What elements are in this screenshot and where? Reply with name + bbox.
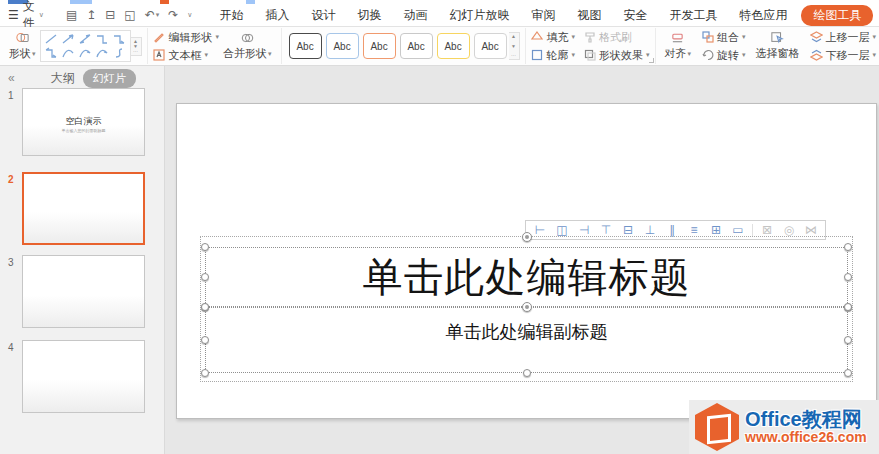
outline-button[interactable]: 轮廓 ▾ — [531, 48, 576, 63]
format-painter-button[interactable]: 格式刷 — [583, 30, 650, 45]
arrow-line-icon[interactable] — [60, 32, 77, 46]
resize-handle[interactable] — [523, 369, 531, 377]
resize-handle[interactable] — [201, 243, 209, 251]
resize-handle[interactable] — [201, 336, 209, 344]
elbow-connector-icon[interactable] — [94, 32, 111, 46]
curved-arrow-icon[interactable] — [77, 46, 94, 60]
shape-effects-button[interactable]: 形状效果 ▾ — [583, 48, 650, 63]
caret-icon: ▾ — [742, 33, 746, 41]
rotation-handle[interactable] — [522, 302, 532, 312]
tab-review[interactable]: 审阅 — [520, 5, 566, 26]
tab-insert[interactable]: 插入 — [254, 5, 300, 26]
export-icon[interactable]: ↥ — [86, 8, 96, 22]
slide-canvas: ⊢ ◫ ⊣ ⊤ ⊟ ⊥ ∥ ≡ ⊞ ▭ ⊠ ◎ ⋈ 单击此处编辑标题 — [165, 66, 879, 454]
slide-thumbnail-3[interactable] — [22, 255, 145, 328]
gallery-more-icon[interactable]: ⋯ — [131, 49, 141, 54]
caret-icon: ▾ — [268, 50, 272, 58]
rotation-handle[interactable] — [522, 232, 532, 242]
tab-special-apps[interactable]: 特色应用 — [728, 5, 798, 26]
elbow-arrow-connector-icon[interactable] — [111, 32, 128, 46]
tab-drawing-tools[interactable]: 绘图工具 — [801, 5, 873, 26]
shape-style-preset[interactable]: Abc — [474, 33, 507, 59]
scroll-up-icon[interactable]: ▲ — [509, 34, 519, 39]
collapse-panel-icon[interactable]: « — [0, 71, 23, 85]
gallery-more-icon[interactable]: ⋯ — [509, 53, 519, 58]
rotate-label: 旋转 — [717, 48, 739, 63]
resize-handle[interactable] — [201, 369, 209, 377]
shape-style-preset[interactable]: Abc — [437, 33, 470, 59]
resize-handle[interactable] — [201, 303, 209, 311]
double-arrow-line-icon[interactable] — [77, 32, 94, 46]
resize-handle[interactable] — [844, 303, 852, 311]
selection-pane-button[interactable]: 选择窗格 — [752, 31, 804, 61]
quick-access-toolbar: ▤ ↥ ⊟ ◱ ↶ ▾ ↷ ∨ — [60, 8, 199, 22]
align-button[interactable]: 对齐▾ — [661, 31, 696, 61]
thumbnail-title: 空白演示 — [23, 115, 144, 128]
subtitle-placeholder-text[interactable]: 单击此处编辑副标题 — [206, 308, 847, 372]
customize-toolbar-icon[interactable]: ∨ — [187, 11, 192, 19]
rotate-button[interactable]: 旋转 ▾ — [701, 48, 746, 63]
watermark: Office教程网 www.office26.com — [689, 400, 879, 454]
menu-bar: ☰ 文件 ∨ ▤ ↥ ⊟ ◱ ↶ ▾ ↷ ∨ 开始 插入 设计 切换 动画 幻灯… — [0, 4, 879, 27]
group-button[interactable]: 组合 ▾ — [701, 30, 746, 45]
curved-double-arrow-icon[interactable] — [94, 46, 111, 60]
text-box-label: 文本框 — [169, 48, 202, 63]
text-box-button[interactable]: 文本框 ▾ — [153, 48, 220, 63]
title-placeholder-text[interactable]: 单击此处编辑标题 — [206, 248, 847, 306]
print-preview-icon[interactable]: ◱ — [124, 8, 135, 22]
resize-handle[interactable] — [844, 369, 852, 377]
tab-home[interactable]: 开始 — [208, 5, 254, 26]
tab-outline[interactable]: 大纲 — [51, 70, 75, 87]
merge-shapes-label: 合并形状 — [223, 46, 267, 61]
watermark-url: www.office26.com — [745, 430, 867, 445]
outline-label: 轮廓 — [547, 48, 569, 63]
print-icon[interactable]: ⊟ — [105, 8, 115, 22]
freeform-s-icon[interactable] — [111, 46, 128, 60]
shape-style-gallery: Abc Abc Abc Abc Abc Abc — [287, 33, 509, 59]
subtitle-text-box[interactable]: 单击此处编辑副标题 — [205, 307, 848, 373]
resize-handle[interactable] — [844, 336, 852, 344]
shape-style-preset[interactable]: Abc — [326, 33, 359, 59]
chevron-down-icon: ∨ — [39, 11, 44, 19]
line-icon[interactable] — [43, 32, 60, 46]
caret-icon: ▾ — [572, 51, 576, 59]
undo-button[interactable]: ↶ ▾ — [145, 8, 160, 22]
tab-slides[interactable]: 幻灯片 — [83, 69, 136, 88]
ribbon-group-shapes: 形状▾ ▲ ▼ ⋯ — [0, 28, 148, 64]
bring-forward-button[interactable]: 上移一层 ▾ — [810, 30, 877, 45]
tab-slideshow[interactable]: 幻灯片放映 — [438, 5, 520, 26]
fill-button[interactable]: 填充 ▾ — [531, 30, 576, 45]
edit-shape-button[interactable]: 编辑形状 ▾ — [153, 30, 220, 45]
shapes-button[interactable]: 形状▾ — [5, 31, 40, 61]
elbow-double-arrow-icon[interactable] — [43, 46, 60, 60]
slide-thumbnail-4[interactable] — [22, 340, 145, 413]
edit-shape-label: 编辑形状 — [169, 30, 213, 45]
resize-handle[interactable] — [844, 273, 852, 281]
send-backward-button[interactable]: 下移一层 ▾ — [810, 48, 877, 63]
dialog-launcher-icon[interactable] — [649, 58, 654, 63]
shape-style-preset[interactable]: Abc — [289, 33, 322, 59]
merge-shapes-button[interactable]: 合并形状▾ — [219, 31, 276, 61]
save-icon[interactable]: ▤ — [66, 8, 77, 22]
slide-thumbnail-2[interactable] — [22, 172, 145, 245]
slide-thumbnail-1[interactable]: 空白演示 单击输入您的封面副标题 — [22, 88, 145, 156]
bring-forward-icon — [810, 31, 823, 44]
tab-transition[interactable]: 切换 — [346, 5, 392, 26]
resize-handle[interactable] — [201, 273, 209, 281]
shape-style-preset[interactable]: Abc — [400, 33, 433, 59]
tab-view[interactable]: 视图 — [566, 5, 612, 26]
redo-icon[interactable]: ↷ — [168, 8, 178, 22]
shapes-label: 形状 — [9, 46, 31, 61]
tab-security[interactable]: 安全 — [612, 5, 658, 26]
curved-connector-icon[interactable] — [60, 46, 77, 60]
merge-shapes-icon — [241, 31, 254, 44]
title-text-box[interactable]: 单击此处编辑标题 — [205, 247, 848, 307]
tab-animation[interactable]: 动画 — [392, 5, 438, 26]
resize-handle[interactable] — [844, 243, 852, 251]
tab-design[interactable]: 设计 — [300, 5, 346, 26]
scroll-down-icon[interactable]: ▼ — [509, 44, 519, 49]
shape-style-preset[interactable]: Abc — [363, 33, 396, 59]
format-painter-icon — [583, 31, 596, 44]
tab-developer[interactable]: 开发工具 — [658, 5, 728, 26]
selection-pane-label: 选择窗格 — [756, 46, 800, 61]
